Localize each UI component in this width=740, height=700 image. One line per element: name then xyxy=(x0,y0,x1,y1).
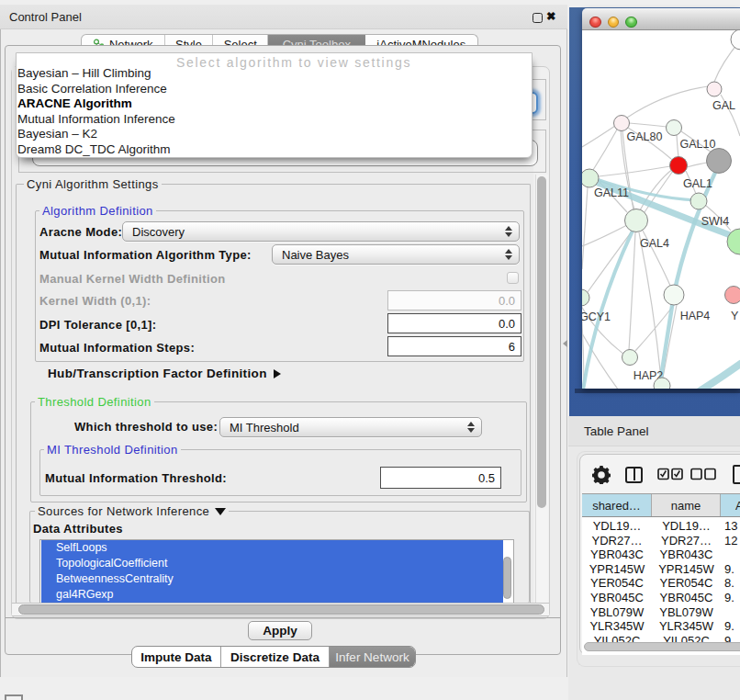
table-cell: YDR27… xyxy=(582,534,652,548)
which-threshold-combobox[interactable]: MI Threshold xyxy=(219,417,482,437)
bottom-tabstrip: Impute DataDiscretize DataInfer Network xyxy=(131,646,416,668)
select-all-checked-icon[interactable] xyxy=(657,468,683,480)
algorithm-definition-caption: Algorithm Definition xyxy=(39,204,156,218)
network-node-y[interactable] xyxy=(725,287,740,304)
hub-definition-row[interactable]: Hub/Transcription Factor Definition xyxy=(48,367,281,380)
network-edge[interactable] xyxy=(582,126,615,147)
dropdown-item[interactable]: Dream8 DC_TDC Algorithm xyxy=(17,142,530,158)
network-node-gal4[interactable] xyxy=(625,209,648,232)
table-cell: YER054C xyxy=(582,576,652,591)
table-row[interactable]: YDL19…YDL19…13 xyxy=(582,519,740,534)
network-edge[interactable] xyxy=(677,135,678,157)
network-node[interactable] xyxy=(707,149,732,174)
splitter-collapse-icon[interactable] xyxy=(563,340,567,347)
mi-type-value: Naive Bayes xyxy=(273,248,501,262)
table-cell: YDL19… xyxy=(652,519,721,534)
table-cell: YBL079W xyxy=(652,604,721,619)
network-node-gal1[interactable] xyxy=(670,157,688,175)
sources-caption-row[interactable]: Sources for Network Inference xyxy=(35,504,229,518)
network-node-gal10[interactable] xyxy=(667,120,682,136)
which-threshold-label: Which threshold to use: xyxy=(74,420,218,434)
table-column-header[interactable]: shared… xyxy=(582,494,652,516)
table-cell: YBR043C xyxy=(582,548,652,562)
dropdown-item[interactable]: Mutual Information Inference xyxy=(17,112,530,128)
document-icon[interactable] xyxy=(733,465,740,484)
table-cell: 12 xyxy=(721,534,740,548)
algorithm-dropdown-popup: Select algorithm to view settings Bayesi… xyxy=(16,52,533,158)
attribute-list-item[interactable]: gal4RGexp xyxy=(41,587,503,603)
table-column-header[interactable]: name xyxy=(652,494,721,516)
zoom-traffic-light-icon[interactable] xyxy=(625,17,637,28)
settings-vscrollbar-thumb[interactable] xyxy=(537,176,546,508)
kernel-width-field[interactable]: 0.0 xyxy=(387,290,521,310)
node-table[interactable]: shared…nameA YDL19…YDL19…13YDR27…YDR27…1… xyxy=(582,493,740,655)
mi-threshold-field[interactable]: 0.5 xyxy=(380,467,501,489)
dropdown-item[interactable]: Bayesian – Hill Climbing xyxy=(17,66,530,82)
network-node[interactable] xyxy=(731,30,740,50)
network-edge[interactable] xyxy=(582,187,588,269)
settings-hscrollbar-thumb[interactable] xyxy=(18,604,544,615)
attribute-list-item[interactable]: BetweennessCentrality xyxy=(41,571,503,587)
network-edge[interactable] xyxy=(582,225,627,246)
network-window-titlebar[interactable] xyxy=(582,8,740,30)
table-hscrollbar-thumb[interactable] xyxy=(584,642,740,651)
network-edge[interactable] xyxy=(627,86,708,118)
dropdown-item[interactable]: Basic Correlation Inference xyxy=(17,82,530,97)
manual-kernel-checkbox[interactable] xyxy=(507,272,519,284)
bottom-tab-impute-data[interactable]: Impute Data xyxy=(132,647,221,667)
attribute-list-item[interactable]: SelfLoops xyxy=(41,540,503,556)
aracne-mode-combobox[interactable]: Discovery xyxy=(122,221,520,242)
table-column-header[interactable]: A xyxy=(721,494,740,516)
network-edge[interactable] xyxy=(629,123,667,127)
table-cell: 9. xyxy=(721,619,740,634)
dropdown-item[interactable]: Bayesian – K2 xyxy=(17,127,530,142)
threshold-definition-caption: Threshold Definition xyxy=(35,395,154,409)
deselect-all-icon[interactable] xyxy=(690,468,716,480)
sources-caption: Sources for Network Inference xyxy=(38,504,209,518)
dpi-tolerance-field[interactable]: 0.0 xyxy=(387,313,521,333)
table-cell: YBR045C xyxy=(582,591,652,605)
network-canvas[interactable]: GALGAL80GAL10GAL1GAL11GAL4SWI4GCY1HAP4YH… xyxy=(582,30,740,389)
attribute-list-scrollbar-thumb[interactable] xyxy=(503,557,511,599)
apply-button[interactable]: Apply xyxy=(248,621,312,640)
table-row[interactable]: YBR045CYBR045C9. xyxy=(582,591,740,605)
network-node-gal80[interactable] xyxy=(614,116,630,131)
minimize-traffic-light-icon[interactable] xyxy=(608,17,620,28)
network-edge[interactable] xyxy=(629,232,635,350)
mi-type-combobox[interactable]: Naive Bayes xyxy=(272,244,520,265)
table-row[interactable]: YLR345WYLR345W9. xyxy=(582,619,740,634)
network-edge[interactable] xyxy=(687,163,707,167)
data-attributes-list[interactable]: SelfLoopsTopologicalCoefficientBetweenne… xyxy=(39,539,514,604)
bottom-tab-discretize-data[interactable]: Discretize Data xyxy=(221,647,330,667)
network-node-swi4[interactable] xyxy=(690,193,707,209)
table-row[interactable]: YBL079WYBL079W xyxy=(582,604,740,619)
network-edge[interactable] xyxy=(593,130,617,170)
mi-steps-label: Mutual Information Steps: xyxy=(39,341,195,355)
bottom-tab-infer-network[interactable]: Infer Network xyxy=(330,647,415,667)
network-node-label: Y xyxy=(731,310,739,322)
network-node-label: GAL xyxy=(712,99,735,112)
mi-steps-field[interactable]: 6 xyxy=(387,336,521,356)
float-window-icon[interactable] xyxy=(533,13,543,23)
network-node-label: GAL1 xyxy=(683,177,712,190)
network-node-gal11[interactable] xyxy=(582,169,599,187)
attribute-list-item[interactable]: TopologicalCoefficient xyxy=(41,556,503,571)
network-node-hap2[interactable] xyxy=(622,350,638,366)
network-window-shadow xyxy=(575,389,740,393)
network-edge[interactable] xyxy=(599,166,670,176)
network-edge-highlighted[interactable] xyxy=(690,363,740,389)
manual-kernel-label: Manual Kernel Width Definition xyxy=(39,272,226,286)
close-icon[interactable]: ✖ xyxy=(546,9,555,23)
close-traffic-light-icon[interactable] xyxy=(589,17,601,28)
gear-icon[interactable] xyxy=(592,466,611,484)
dropdown-item[interactable]: ARACNE Algorithm xyxy=(17,96,530,112)
table-row[interactable]: YER054CYER054C8. xyxy=(582,576,740,591)
network-edge[interactable] xyxy=(639,232,661,378)
network-node-hap4[interactable] xyxy=(664,285,684,305)
expand-arrow-icon xyxy=(274,369,281,378)
network-node-gal[interactable] xyxy=(707,82,722,96)
table-row[interactable]: YPR145WYPR145W9. xyxy=(582,562,740,577)
split-table-icon[interactable] xyxy=(625,467,643,483)
table-row[interactable]: YBR043CYBR043C xyxy=(582,548,740,562)
table-row[interactable]: YDR27…YDR27…12 xyxy=(582,534,740,548)
